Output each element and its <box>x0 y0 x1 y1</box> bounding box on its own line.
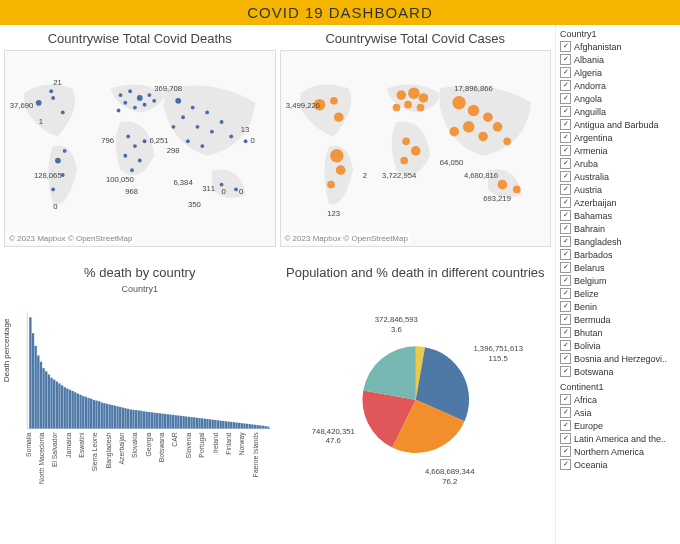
svg-point-19 <box>138 159 142 163</box>
filter-country-item[interactable]: ✓Austria <box>560 183 678 196</box>
checkbox-icon[interactable]: ✓ <box>560 223 571 234</box>
checkbox-icon[interactable]: ✓ <box>560 420 571 431</box>
bar-ylabel: Death percentage <box>2 319 11 383</box>
checkbox-icon[interactable]: ✓ <box>560 288 571 299</box>
svg-rect-116 <box>98 401 100 428</box>
svg-point-10 <box>137 95 143 101</box>
filter-label: Belgium <box>574 276 607 286</box>
checkbox-icon[interactable]: ✓ <box>560 80 571 91</box>
svg-rect-130 <box>135 410 137 428</box>
checkbox-icon[interactable]: ✓ <box>560 262 571 273</box>
filter-country-item[interactable]: ✓Angola <box>560 92 678 105</box>
svg-point-71 <box>467 105 479 117</box>
checkbox-icon[interactable]: ✓ <box>560 54 571 65</box>
svg-text:6,384: 6,384 <box>173 178 193 187</box>
filter-country-item[interactable]: ✓Belgium <box>560 274 678 287</box>
checkbox-icon[interactable]: ✓ <box>560 158 571 169</box>
filter-country-item[interactable]: ✓Bahrain <box>560 222 678 235</box>
filter-country-item[interactable]: ✓Andorra <box>560 79 678 92</box>
filter-country-item[interactable]: ✓Bangladesh <box>560 235 678 248</box>
checkbox-icon[interactable]: ✓ <box>560 353 571 364</box>
checkbox-icon[interactable]: ✓ <box>560 366 571 377</box>
svg-text:Ireland: Ireland <box>212 432 219 453</box>
filter-country-item[interactable]: ✓Bermuda <box>560 313 678 326</box>
checkbox-icon[interactable]: ✓ <box>560 459 571 470</box>
svg-text:Azerbaijan: Azerbaijan <box>118 432 126 464</box>
filter-label: Bosnia and Herzegovi.. <box>574 354 667 364</box>
checkbox-icon[interactable]: ✓ <box>560 41 571 52</box>
filter-continent-item[interactable]: ✓Latin America and the.. <box>560 432 678 445</box>
svg-rect-173 <box>249 424 251 428</box>
svg-rect-146 <box>177 416 179 429</box>
filter-country-item[interactable]: ✓Antigua and Barbuda <box>560 118 678 131</box>
svg-rect-175 <box>254 425 256 429</box>
filter-country-item[interactable]: ✓Argentina <box>560 131 678 144</box>
checkbox-icon[interactable]: ✓ <box>560 132 571 143</box>
checkbox-icon[interactable]: ✓ <box>560 394 571 405</box>
svg-point-58 <box>330 149 343 162</box>
pie-chart[interactable]: 372,846,593 3.6 1,396,751,613 115.5 4,66… <box>280 285 552 499</box>
svg-rect-161 <box>217 420 219 428</box>
checkbox-icon[interactable]: ✓ <box>560 236 571 247</box>
filter-country-item[interactable]: ✓Aruba <box>560 157 678 170</box>
svg-point-79 <box>512 186 520 194</box>
svg-text:64,050: 64,050 <box>439 158 463 167</box>
filter-country-item[interactable]: ✓Armenia <box>560 144 678 157</box>
checkbox-icon[interactable]: ✓ <box>560 210 571 221</box>
checkbox-icon[interactable]: ✓ <box>560 249 571 260</box>
filter-continent-item[interactable]: ✓Africa <box>560 393 678 406</box>
svg-text:1: 1 <box>39 117 43 126</box>
filter-country-item[interactable]: ✓Belarus <box>560 261 678 274</box>
map-cases[interactable]: 3,499,226 17,896,866 64,050 3,722,954 4,… <box>280 50 552 247</box>
filter-country-item[interactable]: ✓Benin <box>560 300 678 313</box>
map-deaths[interactable]: 37,690 21 1 369,708 796 128,065 0 100,05… <box>4 50 276 247</box>
filter-continent-title: Continent1 <box>560 382 678 392</box>
checkbox-icon[interactable]: ✓ <box>560 67 571 78</box>
svg-text:0: 0 <box>250 136 254 145</box>
svg-text:350: 350 <box>188 200 201 209</box>
svg-rect-97 <box>48 375 50 429</box>
checkbox-icon[interactable]: ✓ <box>560 446 571 457</box>
filter-country-item[interactable]: ✓Botswana <box>560 365 678 378</box>
svg-point-78 <box>497 180 507 190</box>
filter-country-item[interactable]: ✓Azerbaijan <box>560 196 678 209</box>
filter-country-item[interactable]: ✓Belize <box>560 287 678 300</box>
checkbox-icon[interactable]: ✓ <box>560 93 571 104</box>
filter-continent-item[interactable]: ✓Asia <box>560 406 678 419</box>
filter-country-item[interactable]: ✓Bosnia and Herzegovi.. <box>560 352 678 365</box>
checkbox-icon[interactable]: ✓ <box>560 301 571 312</box>
checkbox-icon[interactable]: ✓ <box>560 275 571 286</box>
svg-text:2: 2 <box>362 171 366 180</box>
checkbox-icon[interactable]: ✓ <box>560 145 571 156</box>
filter-country-item[interactable]: ✓Bahamas <box>560 209 678 222</box>
bar-chart[interactable]: Death percentage SomaliaNorth MacedoniaE… <box>4 294 276 534</box>
checkbox-icon[interactable]: ✓ <box>560 184 571 195</box>
checkbox-icon[interactable]: ✓ <box>560 106 571 117</box>
filter-country-item[interactable]: ✓Albania <box>560 53 678 66</box>
filter-country-item[interactable]: ✓Algeria <box>560 66 678 79</box>
svg-text:Portugal: Portugal <box>198 432 206 458</box>
checkbox-icon[interactable]: ✓ <box>560 197 571 208</box>
checkbox-icon[interactable]: ✓ <box>560 171 571 182</box>
filter-country-item[interactable]: ✓Australia <box>560 170 678 183</box>
svg-text:3.6: 3.6 <box>390 324 401 333</box>
filter-continent-item[interactable]: ✓Northern America <box>560 445 678 458</box>
checkbox-icon[interactable]: ✓ <box>560 433 571 444</box>
checkbox-icon[interactable]: ✓ <box>560 407 571 418</box>
svg-text:372,846,593: 372,846,593 <box>374 315 417 324</box>
map-attrib: © 2023 Mapbox © OpenStreetMap <box>7 233 134 244</box>
filter-country-item[interactable]: ✓Anguilla <box>560 105 678 118</box>
checkbox-icon[interactable]: ✓ <box>560 327 571 338</box>
filter-continent-item[interactable]: ✓Europe <box>560 419 678 432</box>
svg-rect-157 <box>206 419 208 429</box>
filter-label: Armenia <box>574 146 608 156</box>
filter-country-item[interactable]: ✓Bhutan <box>560 326 678 339</box>
checkbox-icon[interactable]: ✓ <box>560 119 571 130</box>
filter-continent-item[interactable]: ✓Oceania <box>560 458 678 471</box>
filter-country-item[interactable]: ✓Bolivia <box>560 339 678 352</box>
svg-point-22 <box>143 139 147 143</box>
checkbox-icon[interactable]: ✓ <box>560 340 571 351</box>
filter-country-item[interactable]: ✓Afghanistan <box>560 40 678 53</box>
filter-country-item[interactable]: ✓Barbados <box>560 248 678 261</box>
checkbox-icon[interactable]: ✓ <box>560 314 571 325</box>
